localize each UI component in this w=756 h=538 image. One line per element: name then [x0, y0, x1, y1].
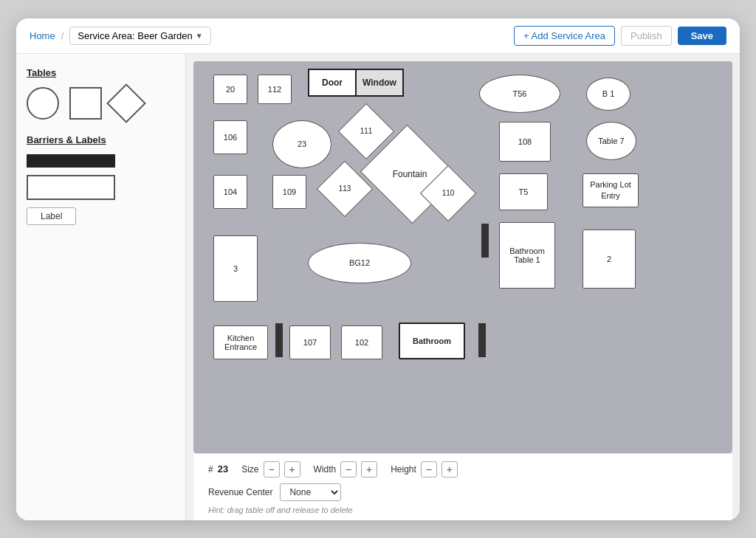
table-item-112[interactable]: 112	[258, 75, 292, 104]
table-item-20[interactable]: 20	[213, 75, 247, 104]
height-group: Height − +	[391, 461, 458, 477]
revenue-center-select[interactable]: None	[280, 483, 341, 501]
barrier-rect-shape[interactable]	[27, 175, 115, 200]
barrier-b3[interactable]	[481, 224, 489, 258]
table-item-107[interactable]: 107	[289, 325, 331, 359]
table-item-104[interactable]: 104	[213, 175, 247, 209]
main-content: Tables Barriers & Labels Label 20112Door…	[16, 54, 740, 520]
square-table-shape[interactable]	[69, 87, 102, 120]
barrier-b2[interactable]	[478, 323, 486, 357]
controls-row2: Revenue Center None	[208, 483, 718, 501]
table-item-ParkingLot[interactable]: Parking LotEntry	[583, 173, 639, 207]
floor-plan-canvas[interactable]: 20112DoorWindowT56B 110623111108Table 71…	[193, 61, 732, 453]
app-container: Home / Service Area: Beer Garden ▼ + Add…	[16, 18, 740, 520]
table-item-Table7[interactable]: Table 7	[586, 122, 636, 160]
table-shapes	[27, 87, 175, 120]
table-item-door[interactable]: DoorWindow	[308, 69, 404, 97]
size-increase-button[interactable]: +	[284, 461, 300, 477]
top-nav: Home / Service Area: Beer Garden ▼ + Add…	[16, 18, 740, 54]
diamond-table-shape[interactable]	[106, 83, 146, 123]
table-item-T5[interactable]: T5	[499, 173, 548, 210]
table-item-23[interactable]: 23	[272, 120, 331, 168]
revenue-center-label: Revenue Center	[208, 487, 272, 497]
table-item-KitchenEntrance[interactable]: KitchenEntrance	[213, 325, 268, 359]
barrier-b1[interactable]	[275, 323, 283, 357]
save-button[interactable]: Save	[678, 27, 726, 45]
table-item-113[interactable]: 113	[325, 169, 365, 209]
table-item-3[interactable]: 3	[213, 235, 258, 302]
floor-plan-wrapper: 20112DoorWindowT56B 110623111108Table 71…	[186, 54, 740, 520]
circle-table-shape[interactable]	[27, 87, 59, 120]
publish-button[interactable]: Publish	[621, 26, 672, 46]
height-decrease-button[interactable]: −	[421, 461, 437, 477]
size-group: Size − +	[241, 461, 300, 477]
height-increase-button[interactable]: +	[441, 461, 458, 477]
table-item-B1[interactable]: B 1	[586, 77, 630, 111]
table-item-BathroomTable1[interactable]: BathroomTable 1	[499, 222, 555, 289]
barriers-title: Barriers & Labels	[27, 134, 175, 145]
table-item-106[interactable]: 106	[213, 120, 247, 154]
height-label: Height	[391, 464, 416, 475]
hash-label: #	[208, 464, 213, 475]
table-item-102[interactable]: 102	[341, 325, 382, 359]
barrier-bar-shape[interactable]	[27, 154, 115, 168]
nav-home-link[interactable]: Home	[30, 30, 55, 41]
width-group: Width − +	[314, 461, 378, 477]
bottom-controls: # 23 Size − + Width − + Height	[193, 453, 732, 520]
chevron-down-icon: ▼	[196, 32, 203, 40]
service-area-dropdown[interactable]: Service Area: Beer Garden ▼	[69, 27, 210, 45]
table-item-BG12[interactable]: BG12	[308, 243, 411, 283]
sidebar: Tables Barriers & Labels Label	[16, 54, 186, 520]
width-decrease-button[interactable]: −	[340, 461, 357, 477]
table-item-2[interactable]: 2	[583, 230, 636, 289]
table-item-T56[interactable]: T56	[479, 75, 560, 113]
service-area-label: Service Area: Beer Garden	[78, 30, 192, 41]
number-group: # 23	[208, 463, 228, 475]
controls-row1: # 23 Size − + Width − + Height	[208, 461, 718, 477]
nav-separator: /	[61, 30, 64, 41]
width-label: Width	[314, 464, 337, 475]
add-service-area-button[interactable]: + Add Service Area	[514, 26, 615, 46]
table-item-Bathroom[interactable]: Bathroom	[399, 323, 465, 359]
size-decrease-button[interactable]: −	[264, 461, 280, 477]
hint-text: Hint: drag table off and release to dele…	[208, 506, 718, 514]
width-increase-button[interactable]: +	[361, 461, 377, 477]
table-item-108[interactable]: 108	[499, 122, 551, 162]
table-item-110[interactable]: 110	[428, 173, 468, 213]
table-number-value: 23	[218, 463, 228, 475]
tables-title: Tables	[27, 67, 175, 78]
label-button[interactable]: Label	[27, 207, 76, 225]
size-label: Size	[241, 464, 258, 475]
table-item-109[interactable]: 109	[272, 175, 306, 209]
